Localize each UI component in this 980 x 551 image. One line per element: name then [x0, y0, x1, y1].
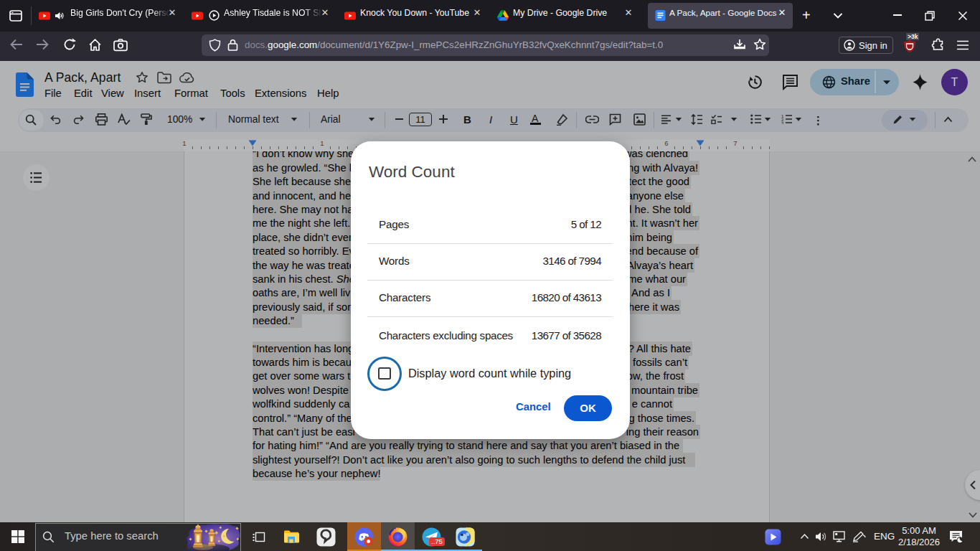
svg-text:3: 3 — [781, 121, 784, 124]
